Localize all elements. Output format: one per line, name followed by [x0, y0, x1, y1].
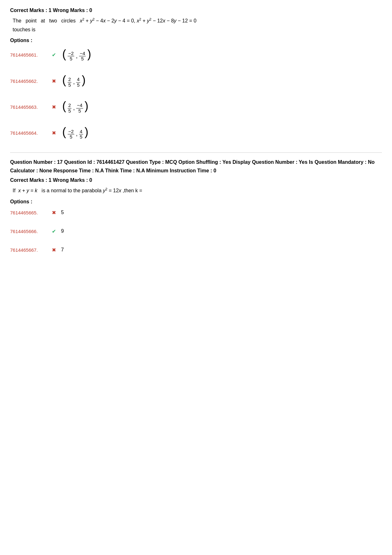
q17-question-text: If x + y = k is a normal to the parabola…: [13, 186, 382, 195]
q16-option2-icon: ✖: [52, 78, 56, 84]
q16-section: Correct Marks : 1 Wrong Marks : 0 The po…: [10, 8, 382, 140]
q17-meta: Question Number : 17 Question Id : 76144…: [10, 158, 382, 175]
q16-option3-id: 7614465663.: [10, 104, 48, 110]
q16-option-4: 7614465664. ✖ ( −2 5 , 4 5 ): [10, 126, 382, 139]
section-divider: [10, 152, 382, 153]
q16-option3-value: ( 2 5 , −4 5 ): [62, 100, 89, 114]
q16-option4-id: 7614465664.: [10, 130, 48, 136]
q16-option4-icon: ✖: [52, 130, 56, 136]
q16-option4-value: ( −2 5 , 4 5 ): [62, 126, 89, 139]
q17-option1-icon: ✖: [52, 210, 56, 216]
q17-option-3: 7614465667. ✖ 7: [10, 247, 382, 253]
q16-option1-icon: ✔: [52, 52, 56, 58]
q16-option-2: 7614465662. ✖ ( 2 5 , 4 5 ): [10, 74, 382, 88]
q16-options-label: Options :: [10, 38, 382, 43]
q16-option-1: 7614465661. ✔ ( −2 5 , −4 5 ): [10, 48, 382, 62]
q17-section: Question Number : 17 Question Id : 76144…: [10, 158, 382, 253]
q16-option1-value: ( −2 5 , −4 5 ): [62, 48, 91, 62]
q17-option2-icon: ✔: [52, 228, 56, 234]
q17-option3-value: 7: [61, 247, 64, 253]
q17-option3-id: 7614465667.: [10, 247, 48, 253]
q16-equation: x2 + y2 − 4x − 2y − 4 = 0, x2 + y2 − 12x…: [80, 18, 197, 23]
q17-option2-value: 9: [61, 228, 64, 234]
q17-option1-id: 7614465665.: [10, 210, 48, 215]
q17-option-2: 7614465666. ✔ 9: [10, 228, 382, 234]
q16-option3-icon: ✖: [52, 104, 56, 110]
q16-option2-id: 7614465662.: [10, 78, 48, 84]
q16-question-text: The point at two circles x2 + y2 − 4x − …: [13, 16, 382, 34]
q17-option1-value: 5: [61, 210, 64, 215]
q16-correct-marks: Correct Marks : 1 Wrong Marks : 0: [10, 8, 382, 13]
q16-option1-id: 7614465661.: [10, 52, 48, 58]
q17-options-label: Options :: [10, 199, 382, 205]
q17-option-1: 7614465665. ✖ 5: [10, 210, 382, 216]
q17-option2-id: 7614465666.: [10, 229, 48, 234]
q16-option-3: 7614465663. ✖ ( 2 5 , −4 5 ): [10, 100, 382, 114]
q17-option3-icon: ✖: [52, 247, 56, 253]
q17-correct-marks: Correct Marks : 1 Wrong Marks : 0: [10, 177, 382, 183]
q16-option2-value: ( 2 5 , 4 5 ): [62, 74, 86, 88]
